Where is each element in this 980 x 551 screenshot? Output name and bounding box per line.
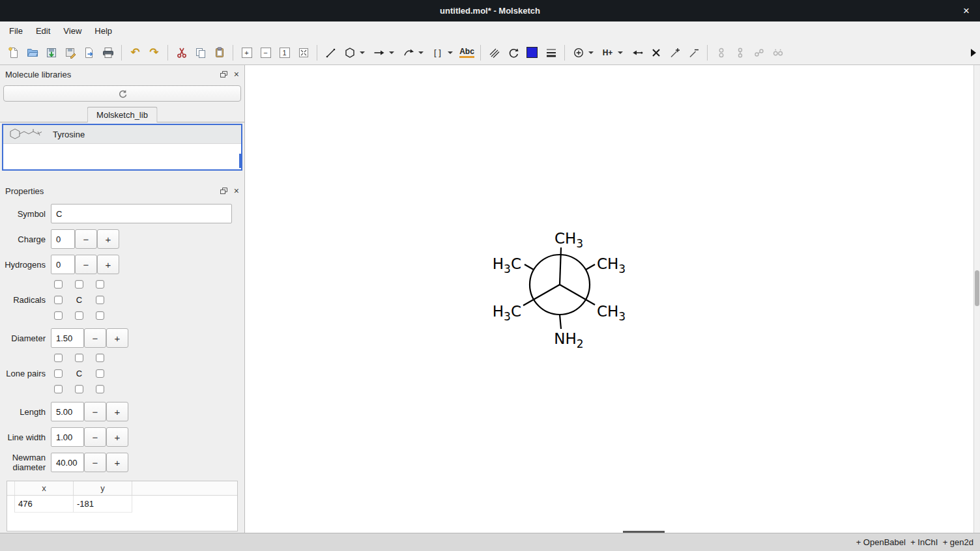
redo-icon[interactable]: ↷ [145,43,164,62]
radical-checkbox[interactable] [54,280,63,289]
lone-pair-checkbox[interactable] [75,354,83,362]
save-as-icon[interactable] [61,43,79,62]
mechanism-dropdown-arrow-icon[interactable] [418,51,424,54]
rotate-icon[interactable] [504,43,523,62]
ring-dropdown-arrow-icon[interactable] [360,51,365,54]
export-icon[interactable] [79,43,98,62]
hydrogen-tool-icon[interactable]: H+ [598,43,617,62]
ring-tool-icon[interactable] [340,43,359,62]
vertical-scrollbar-handle[interactable] [975,270,979,306]
print-icon[interactable] [98,43,117,62]
line-width-icon[interactable] [541,43,560,62]
coordinate-y-cell[interactable]: -181 [74,496,132,513]
line-width-increase-button[interactable]: + [106,427,128,447]
draw-minus-icon[interactable] [684,43,703,62]
menu-edit[interactable]: Edit [29,23,57,39]
draw-bond-icon[interactable] [321,43,340,62]
zoom-in-icon[interactable]: + [237,43,256,62]
line-width-decrease-button[interactable]: − [84,427,106,447]
coordinates-table[interactable]: x y 476 -181 [7,481,238,531]
coordinate-row[interactable]: 476 -181 [7,496,237,513]
properties-float-icon[interactable] [220,187,228,195]
window-close-button[interactable]: × [959,0,973,21]
draw-plus-icon[interactable] [665,43,684,62]
charge-increase-button[interactable]: + [97,229,119,249]
toolbar-overflow-icon[interactable] [971,49,976,57]
lone-pair-checkbox[interactable] [96,354,104,362]
newman-diameter-input[interactable] [51,453,84,472]
radical-checkbox[interactable] [54,296,63,304]
line-width-input[interactable] [51,427,84,447]
reaction-arrow-icon[interactable] [369,43,388,62]
column-header-x[interactable]: x [15,481,74,495]
radical-checkbox[interactable] [96,311,104,320]
new-document-icon[interactable] [4,43,23,62]
radical-checkbox[interactable] [54,311,63,320]
coordinate-x-cell[interactable]: 476 [15,496,74,513]
open-file-icon[interactable] [23,43,42,62]
lone-pair-checkbox[interactable] [54,354,63,362]
delete-tool-icon[interactable] [646,43,665,62]
menu-view[interactable]: View [57,23,88,39]
hydrogens-increase-button[interactable]: + [97,255,119,274]
radical-checkbox[interactable] [75,280,83,289]
hydrogen-arrow-icon[interactable] [627,43,646,62]
paste-icon[interactable] [210,43,229,62]
brackets-dropdown-arrow-icon[interactable] [448,51,453,54]
horizontal-scrollbar[interactable] [623,531,665,533]
atom-pair-d-icon [768,43,787,62]
library-list[interactable]: Tyrosine [2,124,242,171]
radical-checkbox[interactable] [75,311,83,320]
cut-icon[interactable] [172,43,191,62]
length-decrease-button[interactable]: − [84,402,106,421]
length-input[interactable] [51,402,84,421]
brackets-tool-icon[interactable]: [ ] [428,43,447,62]
column-header-y[interactable]: y [74,481,132,495]
tab-molsketch-lib[interactable]: Molsketch_lib [87,107,158,122]
charge-decrease-button[interactable]: − [75,229,97,249]
lone-pair-checkbox[interactable] [96,369,104,378]
hatch-bond-icon[interactable] [485,43,504,62]
color-swatch-icon[interactable] [523,43,541,62]
vertical-scrollbar-track[interactable] [973,65,979,533]
symbol-input[interactable] [51,204,232,223]
diameter-input[interactable] [51,328,84,348]
lone-pair-checkbox[interactable] [75,385,83,393]
libraries-float-icon[interactable] [220,70,228,78]
charge-input[interactable] [51,229,75,249]
save-icon[interactable] [42,43,61,62]
menu-help[interactable]: Help [88,23,119,39]
radical-checkbox[interactable] [96,296,104,304]
zoom-fit-icon[interactable] [294,43,313,62]
hydrogens-input[interactable] [51,255,75,274]
arrow-dropdown-arrow-icon[interactable] [389,51,394,54]
mechanism-arrow-icon[interactable] [399,43,418,62]
newman-decrease-button[interactable]: − [84,453,106,472]
libraries-close-icon[interactable]: × [234,69,239,79]
diameter-decrease-button[interactable]: − [84,328,106,348]
copy-icon[interactable] [191,43,210,62]
lone-pair-checkbox[interactable] [54,385,63,393]
zoom-out-icon[interactable]: − [256,43,275,62]
lone-pair-checkbox[interactable] [96,385,104,393]
diameter-increase-button[interactable]: + [106,328,128,348]
library-refresh-button[interactable] [3,85,241,102]
radical-checkbox[interactable] [96,280,104,289]
properties-close-icon[interactable]: × [234,186,239,196]
drawing-canvas[interactable]: CH3 H3C CH3 H3C CH3 NH2 [245,65,973,533]
length-increase-button[interactable]: + [106,402,128,421]
toolbar: ↶ ↷ + − 1 [ ] Ab [0,40,980,65]
lone-pair-checkbox[interactable] [54,369,63,378]
library-scrollbar[interactable] [239,154,241,168]
hydrogens-decrease-button[interactable]: − [75,255,97,274]
hydrogen-dropdown-arrow-icon[interactable] [618,51,623,54]
list-item-tyrosine[interactable]: Tyrosine [3,125,241,144]
lone-pairs-grid: C [54,354,104,393]
newman-increase-button[interactable]: + [106,453,128,472]
menu-file[interactable]: File [3,23,29,39]
zoom-original-icon[interactable]: 1 [275,43,294,62]
charge-dropdown-arrow-icon[interactable] [588,51,594,54]
text-tool-icon[interactable]: Abc [457,43,476,62]
charge-tool-icon[interactable] [569,43,588,62]
undo-icon[interactable]: ↶ [126,43,145,62]
